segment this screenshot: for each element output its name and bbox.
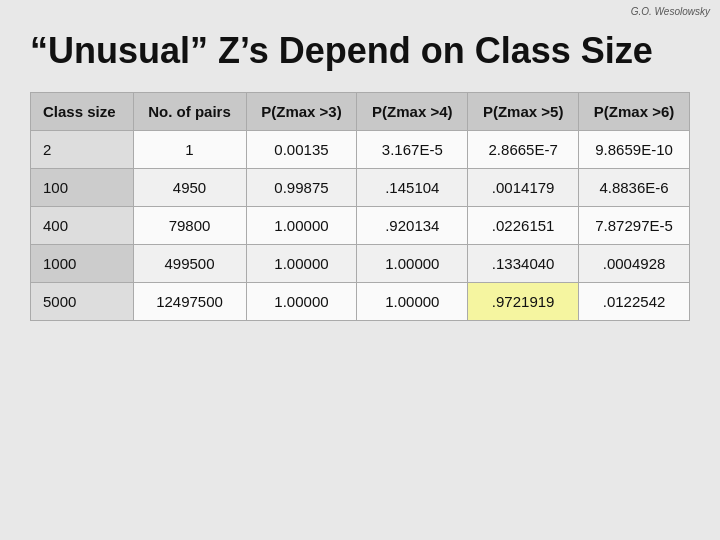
table-cell-p3: 0.00135 [246, 131, 357, 169]
table-cell-class_size: 2 [31, 131, 134, 169]
table-cell-p5: .9721919 [468, 283, 579, 321]
table-cell-p4: .920134 [357, 207, 468, 245]
table-cell-p6: 9.8659E-10 [579, 131, 690, 169]
table-cell-p6: 4.8836E-6 [579, 169, 690, 207]
table-cell-p3: 1.00000 [246, 207, 357, 245]
table-cell-class_size: 400 [31, 207, 134, 245]
col-header-p4: P(Zmax >4) [357, 93, 468, 131]
table-row: 5000124975001.000001.00000.9721919.01225… [31, 283, 690, 321]
table-cell-no_pairs: 79800 [133, 207, 246, 245]
table-cell-class_size: 100 [31, 169, 134, 207]
col-header-p5: P(Zmax >5) [468, 93, 579, 131]
table-cell-p4: 1.00000 [357, 245, 468, 283]
col-header-p6: P(Zmax >6) [579, 93, 690, 131]
col-header-class-size: Class size [31, 93, 134, 131]
table-cell-p4: .145104 [357, 169, 468, 207]
table-row: 400798001.00000.920134.02261517.87297E-5 [31, 207, 690, 245]
table-cell-class_size: 5000 [31, 283, 134, 321]
table-cell-no_pairs: 12497500 [133, 283, 246, 321]
table-cell-p3: 1.00000 [246, 245, 357, 283]
table-cell-p6: .0122542 [579, 283, 690, 321]
table-cell-p4: 3.167E-5 [357, 131, 468, 169]
table-row: 10049500.99875.145104.00141794.8836E-6 [31, 169, 690, 207]
table-cell-p3: 1.00000 [246, 283, 357, 321]
statistics-table: Class size No. of pairs P(Zmax >3) P(Zma… [30, 92, 690, 321]
table-cell-p5: .0014179 [468, 169, 579, 207]
table-cell-p5: 2.8665E-7 [468, 131, 579, 169]
page-title: “Unusual” Z’s Depend on Class Size [30, 30, 690, 72]
table-cell-p6: 7.87297E-5 [579, 207, 690, 245]
table-cell-class_size: 1000 [31, 245, 134, 283]
data-table-container: Class size No. of pairs P(Zmax >3) P(Zma… [30, 92, 690, 321]
table-cell-no_pairs: 4950 [133, 169, 246, 207]
watermark: G.O. Wesolowsky [631, 6, 710, 17]
table-row: 210.001353.167E-52.8665E-79.8659E-10 [31, 131, 690, 169]
table-cell-no_pairs: 1 [133, 131, 246, 169]
col-header-p3: P(Zmax >3) [246, 93, 357, 131]
table-cell-p5: .1334040 [468, 245, 579, 283]
table-cell-p4: 1.00000 [357, 283, 468, 321]
table-cell-p3: 0.99875 [246, 169, 357, 207]
col-header-no-pairs: No. of pairs [133, 93, 246, 131]
table-cell-p5: .0226151 [468, 207, 579, 245]
table-cell-no_pairs: 499500 [133, 245, 246, 283]
table-header-row: Class size No. of pairs P(Zmax >3) P(Zma… [31, 93, 690, 131]
table-row: 10004995001.000001.00000.1334040.0004928 [31, 245, 690, 283]
table-cell-p6: .0004928 [579, 245, 690, 283]
